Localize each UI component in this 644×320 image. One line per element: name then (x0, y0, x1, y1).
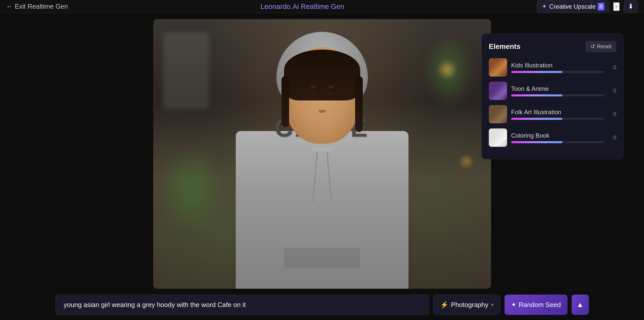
upscale-dropdown-button[interactable]: ▾ (613, 2, 620, 11)
creative-upscale-button[interactable]: ✦ Creative Upscale 8 (537, 0, 609, 13)
back-arrow-icon: ← (6, 3, 13, 10)
download-button[interactable]: ⬇ (624, 0, 638, 13)
elements-panel: Elements ↺ Reset Kids Illustration 0 Too… (481, 34, 624, 159)
element-slider-fill-1 (511, 94, 562, 96)
eye-left (312, 93, 316, 95)
upscale-label: Creative Upscale (549, 3, 596, 10)
element-thumb-0 (489, 58, 507, 77)
person-figure: CAFFE (223, 47, 421, 289)
element-info-1: Toon & Anime (511, 85, 605, 96)
upscale-badge: 8 (598, 3, 604, 10)
photography-dropdown-icon: ▾ (491, 302, 494, 308)
element-row-1: Toon & Anime 0 (489, 82, 616, 100)
element-info-3: Coloring Book (511, 132, 605, 143)
element-info-0: Kids Illustration (511, 62, 605, 73)
generated-image-container: CAFFE (153, 19, 491, 289)
header-left: ← Exit Realtime Gen (6, 3, 68, 10)
element-name-1: Toon & Anime (511, 85, 605, 92)
app-name: Leonardo.Ai Realtime Gen (260, 3, 344, 10)
element-row-0: Kids Illustration 0 (489, 58, 616, 77)
element-value-2: 0 (609, 111, 616, 118)
drawstring-right (326, 151, 332, 202)
photography-label: Photography (451, 301, 488, 309)
element-thumb-2 (489, 105, 507, 123)
reset-button[interactable]: ↺ Reset (586, 41, 616, 52)
element-info-2: Folk Art Illustration (511, 109, 605, 120)
bg-light-blob-1 (437, 60, 457, 80)
photography-icon: ⚡ (440, 301, 448, 309)
panel-title: Elements (489, 42, 521, 51)
element-slider-fill-2 (511, 118, 562, 120)
hair-strand-left (281, 76, 289, 127)
element-name-2: Folk Art Illustration (511, 109, 605, 116)
element-value-3: 0 (609, 134, 616, 141)
drawstring-left (312, 151, 318, 202)
element-name-0: Kids Illustration (511, 62, 605, 69)
element-slider-fill-0 (511, 71, 562, 73)
seed-icon: ✦ (511, 301, 516, 308)
window-light (163, 33, 209, 109)
person-hair (284, 50, 360, 100)
exit-button[interactable]: ← Exit Realtime Gen (6, 3, 68, 10)
element-slider-fill-3 (511, 141, 562, 143)
reset-label: Reset (597, 43, 611, 50)
panel-header: Elements ↺ Reset (489, 41, 616, 52)
random-seed-label: Random Seed (519, 301, 561, 309)
exit-label: Exit Realtime Gen (15, 3, 68, 10)
hoodie-body (236, 131, 409, 289)
main-content: CAFFE (0, 13, 644, 320)
element-slider-1[interactable] (511, 94, 605, 96)
header-title: Leonardo.Ai Realtime Gen (260, 3, 344, 11)
random-seed-button[interactable]: ✦ Random Seed (505, 295, 568, 315)
element-value-1: 0 (609, 88, 616, 94)
element-value-0: 0 (609, 64, 616, 71)
expand-button[interactable]: ▲ (572, 295, 589, 315)
element-slider-0[interactable] (511, 71, 605, 73)
element-name-3: Coloring Book (511, 132, 605, 139)
header-right: ✦ Creative Upscale 8 ▾ ⬇ (537, 0, 638, 13)
photography-button[interactable]: ⚡ Photography ▾ (433, 295, 500, 315)
eye-right (328, 93, 332, 95)
element-thumb-1 (489, 82, 507, 100)
element-slider-3[interactable] (511, 141, 605, 143)
header: ← Exit Realtime Gen Leonardo.Ai Realtime… (0, 0, 644, 13)
prompt-input[interactable] (55, 295, 430, 315)
expand-icon: ▲ (577, 301, 584, 309)
generated-image: CAFFE (153, 19, 491, 289)
elements-list: Kids Illustration 0 Toon & Anime 0 Folk … (489, 58, 616, 147)
lips (318, 110, 326, 113)
upscale-icon: ✦ (542, 3, 547, 10)
reset-icon: ↺ (590, 43, 595, 50)
prompt-bar: ⚡ Photography ▾ ✦ Random Seed ▲ (55, 295, 589, 315)
element-thumb-3 (489, 128, 507, 147)
hoodie-pocket (284, 248, 360, 268)
element-row-3: Coloring Book 0 (489, 128, 616, 147)
download-icon: ⬇ (628, 3, 634, 10)
hair-strand-right (355, 76, 363, 132)
element-slider-2[interactable] (511, 118, 605, 120)
element-row-2: Folk Art Illustration 0 (489, 105, 616, 123)
person-head (284, 47, 360, 144)
